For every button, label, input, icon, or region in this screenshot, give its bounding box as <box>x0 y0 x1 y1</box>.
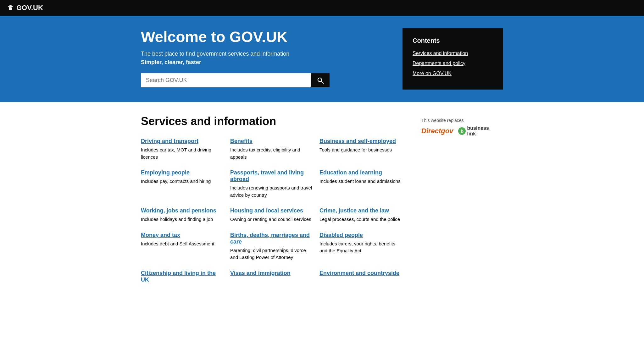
contents-title: Contents <box>413 37 493 44</box>
service-desc: Includes tax credits, eligibility and ap… <box>230 146 313 161</box>
service-item: Crime, justice and the lawLegal processe… <box>319 207 409 232</box>
service-link[interactable]: Money and tax <box>141 232 224 239</box>
service-item: Employing peopleIncludes pay, contracts … <box>141 169 230 207</box>
contents-link-more[interactable]: More on GOV.UK <box>413 71 452 76</box>
services-grid: Driving and transportIncludes car tax, M… <box>141 138 409 294</box>
service-link[interactable]: Citizenship and living in the UK <box>141 270 224 283</box>
service-link[interactable]: Benefits <box>230 138 313 145</box>
bl-b-icon: b <box>458 127 466 135</box>
service-link[interactable]: Employing people <box>141 169 224 176</box>
main-content: Services and information Driving and tra… <box>133 102 511 306</box>
service-item: Driving and transportIncludes car tax, M… <box>141 138 230 169</box>
contents-item-services[interactable]: Services and information <box>413 51 493 56</box>
service-desc: Includes renewing passports and travel a… <box>230 184 313 199</box>
logo-text: GOV.UK <box>16 4 43 12</box>
service-desc: Includes car tax, MOT and driving licenc… <box>141 146 224 161</box>
hero-section: Welcome to GOV.UK The best place to find… <box>0 16 644 102</box>
service-link[interactable]: Crime, justice and the law <box>319 207 402 214</box>
service-link[interactable]: Driving and transport <box>141 138 224 145</box>
contents-item-more[interactable]: More on GOV.UK <box>413 71 493 76</box>
service-desc: Parenting, civil partnerships, divorce a… <box>230 247 313 261</box>
service-desc: Includes holidays and finding a job <box>141 216 224 223</box>
contents-item-departments[interactable]: Departments and policy <box>413 61 493 66</box>
replaces-label: This website replaces <box>421 118 503 123</box>
hero-title: Welcome to GOV.UK <box>141 28 390 46</box>
service-desc: Includes debt and Self Assessment <box>141 240 224 248</box>
service-item: Disabled peopleIncludes carers, your rig… <box>319 232 409 270</box>
service-desc: Tools and guidance for businesses <box>319 146 402 154</box>
service-link[interactable]: Visas and immigration <box>230 270 313 277</box>
service-item: Education and learningIncludes student l… <box>319 169 409 207</box>
service-item: BenefitsIncludes tax credits, eligibilit… <box>230 138 319 169</box>
hero-tagline: Simpler, clearer, faster <box>141 59 390 66</box>
hero-subtitle: The best place to find government servic… <box>141 51 390 57</box>
gov-uk-logo[interactable]: ♛ GOV.UK <box>8 4 43 12</box>
service-item: Visas and immigration <box>230 270 319 294</box>
sidebar: This website replaces Directgov b busine… <box>421 115 503 294</box>
services-title: Services and information <box>141 115 409 128</box>
service-item: Business and self-employedTools and guid… <box>319 138 409 169</box>
businesslink-logo: b businesslink <box>458 125 489 137</box>
businesslink-text: businesslink <box>467 125 489 137</box>
service-link[interactable]: Births, deaths, marriages and care <box>230 232 313 245</box>
service-link[interactable]: Passports, travel and living abroad <box>230 169 313 183</box>
contents-link-services[interactable]: Services and information <box>413 51 468 56</box>
search-input[interactable] <box>141 73 311 87</box>
svg-line-1 <box>321 81 323 83</box>
service-link[interactable]: Working, jobs and pensions <box>141 207 224 214</box>
service-link[interactable]: Business and self-employed <box>319 138 402 145</box>
service-desc: Includes student loans and admissions <box>319 178 402 185</box>
site-header: ♛ GOV.UK <box>0 0 644 16</box>
contents-list: Services and information Departments and… <box>413 51 493 76</box>
service-link[interactable]: Disabled people <box>319 232 402 239</box>
service-desc: Legal processes, courts and the police <box>319 216 402 223</box>
directgov-logo: Directgov <box>421 127 453 135</box>
service-item: Environment and countryside <box>319 270 409 294</box>
service-item: Money and taxIncludes debt and Self Asse… <box>141 232 230 270</box>
service-link[interactable]: Education and learning <box>319 169 402 176</box>
service-item: Citizenship and living in the UK <box>141 270 230 294</box>
contents-link-departments[interactable]: Departments and policy <box>413 61 465 66</box>
service-item: Working, jobs and pensionsIncludes holid… <box>141 207 230 232</box>
service-link[interactable]: Environment and countryside <box>319 270 402 277</box>
search-bar <box>141 73 330 87</box>
services-section: Services and information Driving and tra… <box>141 115 409 294</box>
service-desc: Includes pay, contracts and hiring <box>141 178 224 185</box>
hero-content: Welcome to GOV.UK The best place to find… <box>141 28 390 87</box>
service-desc: Owning or renting and council services <box>230 216 313 223</box>
crown-icon: ♛ <box>8 4 13 12</box>
service-desc: Includes carers, your rights, benefits a… <box>319 240 402 255</box>
service-item: Passports, travel and living abroadInclu… <box>230 169 319 207</box>
replaces-logos: Directgov b businesslink <box>421 125 503 137</box>
service-item: Births, deaths, marriages and careParent… <box>230 232 319 270</box>
search-icon <box>317 77 324 84</box>
contents-box: Contents Services and information Depart… <box>402 28 503 90</box>
search-button[interactable] <box>311 73 330 87</box>
service-link[interactable]: Housing and local services <box>230 207 313 214</box>
service-item: Housing and local servicesOwning or rent… <box>230 207 319 232</box>
